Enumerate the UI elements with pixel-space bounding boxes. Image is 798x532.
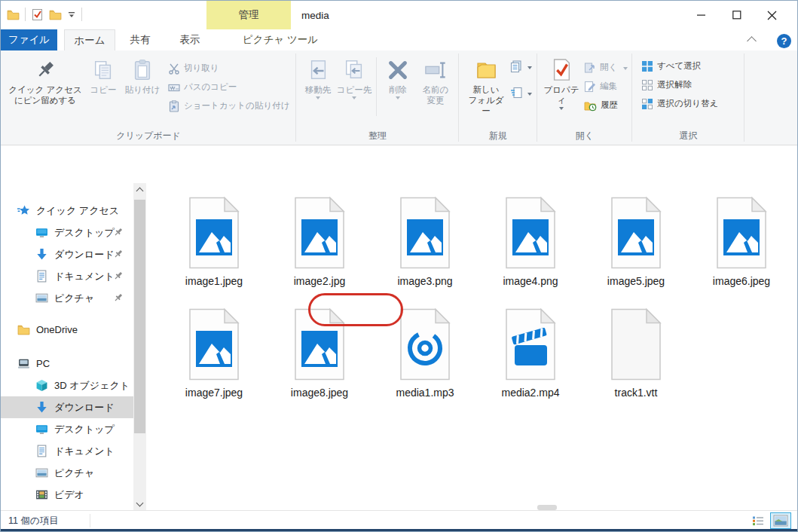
open-button[interactable]: 開く xyxy=(582,58,628,77)
window-bottom-edge xyxy=(1,529,797,531)
move-to-button[interactable]: 移動先 xyxy=(301,54,335,99)
file-item[interactable]: image4.png xyxy=(487,197,574,287)
tab-share[interactable]: 共有 xyxy=(115,29,165,50)
sidebar-item-onedrive[interactable]: OneDrive xyxy=(1,319,133,341)
group-label-clipboard: クリップボード xyxy=(1,130,296,142)
copy-button[interactable]: コピー xyxy=(85,54,121,95)
sidebar-item-downloads-selected[interactable]: ダウンロード xyxy=(1,396,133,418)
tab-file[interactable]: ファイル xyxy=(1,29,57,50)
documents-icon xyxy=(35,445,48,457)
folder-icon xyxy=(7,8,20,21)
tab-view[interactable]: 表示 xyxy=(165,29,215,50)
close-button[interactable] xyxy=(754,1,790,29)
sidebar-item-3d-objects[interactable]: 3D オブジェクト xyxy=(1,375,133,396)
paste-shortcut-button[interactable]: ショートカットの貼り付け xyxy=(167,96,289,115)
properties-qat-icon[interactable] xyxy=(31,8,44,21)
scroll-down-icon[interactable] xyxy=(133,497,146,510)
sidebar-item-pictures-pinned[interactable]: ピクチャ xyxy=(1,287,133,309)
sidebar-scrollbar[interactable] xyxy=(133,183,146,510)
file-item[interactable]: media1.mp3 xyxy=(381,308,469,399)
invert-selection-button[interactable]: 選択の切り替え xyxy=(640,94,718,113)
select-all-icon xyxy=(641,60,653,72)
horizontal-scrollbar-thumb[interactable] xyxy=(537,505,557,510)
file-item[interactable]: image2.jpg xyxy=(276,197,363,287)
details-view-button[interactable] xyxy=(748,512,769,529)
edit-button[interactable]: 編集 xyxy=(582,77,628,96)
collapse-ribbon-icon[interactable] xyxy=(744,34,758,46)
sidebar-item-documents-pinned[interactable]: ドキュメント xyxy=(1,265,133,287)
sidebar-item-documents[interactable]: ドキュメント xyxy=(1,440,133,462)
new-folder-icon xyxy=(474,56,498,84)
copy-path-icon xyxy=(168,81,180,93)
invert-selection-icon xyxy=(641,98,653,110)
videos-icon xyxy=(35,488,48,501)
file-item[interactable]: media2.mp4 xyxy=(487,308,574,399)
sidebar-item-quick-access[interactable]: クイック アクセス xyxy=(1,200,133,222)
select-all-button[interactable]: すべて選択 xyxy=(640,57,701,75)
sidebar-item-videos[interactable]: ビデオ xyxy=(1,484,133,506)
divider xyxy=(90,514,90,527)
generic-file-icon xyxy=(607,308,665,381)
group-select: すべて選択 選択解除 選択の切り替え 選択 xyxy=(632,50,744,145)
file-name: media1.mp3 xyxy=(396,387,454,399)
delete-button[interactable]: 削除 xyxy=(380,54,416,99)
file-item[interactable]: image6.jpeg xyxy=(698,197,785,287)
sidebar-item-desktop-pinned[interactable]: デスクトップ xyxy=(1,222,133,243)
help-icon[interactable]: ? xyxy=(777,34,791,48)
file-item[interactable]: image3.png xyxy=(381,197,469,287)
image-file-icon xyxy=(185,308,243,381)
maximize-button[interactable] xyxy=(719,1,754,29)
image-file-icon xyxy=(502,197,559,269)
easy-access-button[interactable] xyxy=(509,84,532,102)
tab-home[interactable]: ホーム xyxy=(64,29,115,50)
scrollbar-thumb[interactable] xyxy=(134,200,145,433)
cut-button[interactable]: 切り取り xyxy=(167,59,289,78)
select-none-icon xyxy=(641,79,653,91)
desktop-icon xyxy=(35,423,48,436)
sidebar-item-desktop[interactable]: デスクトップ xyxy=(1,418,133,440)
group-clipboard: クイック アクセスにピン留めする コピー xyxy=(1,50,296,145)
onedrive-folder-icon xyxy=(17,323,30,336)
history-icon xyxy=(584,99,597,112)
sidebar-item-pc[interactable]: PC xyxy=(1,353,133,375)
copy-path-button[interactable]: パスのコピー xyxy=(167,78,289,96)
customize-qat-dropdown-icon[interactable] xyxy=(67,10,76,19)
new-item-icon xyxy=(510,60,524,73)
file-name: image8.jpeg xyxy=(291,387,348,399)
select-none-button[interactable]: 選択解除 xyxy=(640,75,692,94)
new-folder-qat-icon[interactable] xyxy=(49,8,62,21)
file-item[interactable]: image5.jpeg xyxy=(592,197,680,287)
easy-access-icon xyxy=(510,87,524,99)
quick-access-toolbar xyxy=(7,8,82,21)
pc-icon xyxy=(17,357,30,370)
file-item[interactable]: image7.jpeg xyxy=(170,308,258,399)
file-name: media2.mp4 xyxy=(501,387,559,399)
paste-icon xyxy=(131,56,154,84)
details-view-icon xyxy=(752,515,764,526)
new-item-button[interactable] xyxy=(509,57,532,76)
pushpin-icon xyxy=(34,56,57,84)
new-folder-button[interactable]: 新しいフォルダー xyxy=(465,54,507,116)
sidebar-item-downloads-pinned[interactable]: ダウンロード xyxy=(1,243,133,265)
tab-picture-tools[interactable]: ピクチャ ツール xyxy=(242,29,319,50)
pin-to-quick-access-button[interactable]: クイック アクセスにピン留めする xyxy=(5,54,85,105)
thumbnail-view-icon xyxy=(773,515,788,527)
rename-button[interactable]: 名前の変更 xyxy=(416,54,455,105)
history-button[interactable]: 履歴 xyxy=(582,96,628,115)
file-name: image6.jpeg xyxy=(713,275,770,287)
image-file-icon xyxy=(185,197,243,269)
scroll-up-icon[interactable] xyxy=(133,183,146,196)
large-icons-view-button[interactable] xyxy=(770,512,791,529)
file-item[interactable]: image8.jpeg xyxy=(276,308,363,399)
paste-button[interactable]: 貼り付け xyxy=(121,54,164,95)
copy-to-button[interactable]: コピー先 xyxy=(335,54,373,99)
file-item[interactable]: track1.vtt xyxy=(592,308,680,399)
file-name: track1.vtt xyxy=(615,387,658,399)
file-item[interactable]: image1.jpeg xyxy=(170,197,258,287)
minimize-button[interactable] xyxy=(683,1,719,29)
properties-button[interactable]: プロパティ xyxy=(540,54,582,110)
paste-shortcut-icon xyxy=(168,100,180,112)
pictures-icon xyxy=(35,292,48,304)
pin-icon xyxy=(113,292,124,303)
sidebar-item-pictures[interactable]: ピクチャ xyxy=(1,462,133,484)
